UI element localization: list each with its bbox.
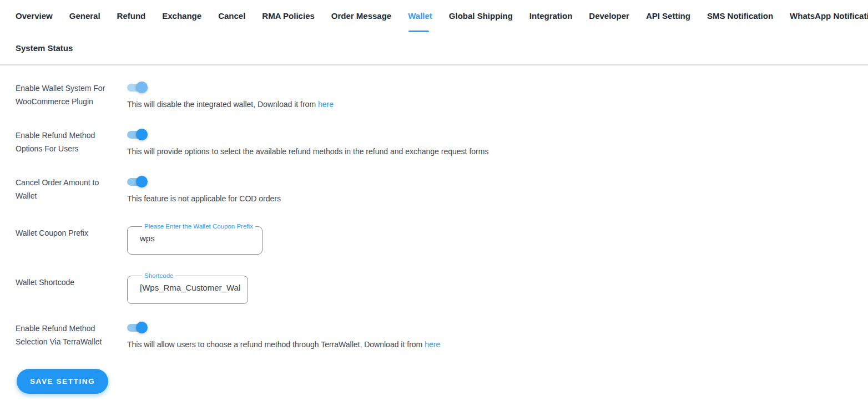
tab-wallet[interactable]: Wallet bbox=[408, 0, 432, 32]
tab-general[interactable]: General bbox=[69, 0, 100, 32]
description-text: This will provide options to select the … bbox=[127, 147, 488, 156]
save-row: SAVE SETTING bbox=[16, 369, 852, 394]
setting-control: This will allow users to choose a refund… bbox=[127, 322, 852, 351]
toggle-thumb bbox=[136, 129, 148, 140]
setting-row-terrawallet-selection: Enable Refund Method Selection Via Terra… bbox=[16, 322, 852, 351]
wallet-coupon-prefix-input[interactable] bbox=[140, 230, 255, 243]
setting-control: Please Enter the Wallet Coupon Prefix bbox=[127, 223, 852, 255]
refund-method-options-toggle[interactable] bbox=[127, 129, 148, 141]
tab-sms-notification[interactable]: SMS Notification bbox=[707, 0, 773, 32]
cancel-order-amount-toggle[interactable] bbox=[127, 176, 148, 188]
wallet-shortcode-field: Shortcode bbox=[127, 272, 248, 304]
tab-row-2: System Status bbox=[16, 32, 852, 64]
setting-control: Shortcode bbox=[127, 272, 852, 304]
field-floating-label: Shortcode bbox=[142, 272, 175, 280]
setting-row-wallet-coupon-prefix: Wallet Coupon Prefix Please Enter the Wa… bbox=[16, 223, 852, 255]
setting-label: Enable Wallet System For WooCommerce Plu… bbox=[16, 82, 127, 111]
setting-row-cancel-order-amount: Cancel Order Amount to Wallet This featu… bbox=[16, 176, 852, 205]
wallet-shortcode-input[interactable] bbox=[140, 280, 241, 292]
tab-whatsapp-notification[interactable]: WhatsApp Notification bbox=[790, 0, 868, 32]
tab-developer[interactable]: Developer bbox=[589, 0, 629, 32]
field-floating-label: Please Enter the Wallet Coupon Prefix bbox=[142, 223, 255, 230]
setting-row-wallet-shortcode: Wallet Shortcode Shortcode bbox=[16, 272, 852, 304]
setting-label: Enable Refund Method Selection Via Terra… bbox=[16, 322, 127, 351]
description-text: This will allow users to choose a refund… bbox=[127, 340, 422, 349]
toggle-thumb bbox=[136, 322, 148, 333]
setting-label: Wallet Shortcode bbox=[16, 272, 127, 304]
description-text: This feature is not applicable for COD o… bbox=[127, 194, 281, 203]
setting-control: This will provide options to select the … bbox=[127, 129, 852, 158]
setting-description: This will provide options to select the … bbox=[127, 145, 852, 158]
setting-control: This will disable the integrated wallet,… bbox=[127, 82, 852, 111]
tab-rma-policies[interactable]: RMA Policies bbox=[262, 0, 314, 32]
tab-integration[interactable]: Integration bbox=[529, 0, 573, 32]
tab-cancel[interactable]: Cancel bbox=[218, 0, 245, 32]
download-wallet-link[interactable]: here bbox=[318, 100, 334, 109]
tab-global-shipping[interactable]: Global Shipping bbox=[449, 0, 513, 32]
toggle-thumb bbox=[136, 82, 148, 93]
tab-api-setting[interactable]: API Setting bbox=[646, 0, 690, 32]
tab-system-status[interactable]: System Status bbox=[16, 32, 73, 64]
tab-refund[interactable]: Refund bbox=[117, 0, 146, 32]
setting-label: Wallet Coupon Prefix bbox=[16, 223, 127, 255]
toggle-thumb bbox=[136, 176, 148, 187]
setting-description: This will disable the integrated wallet,… bbox=[127, 98, 852, 111]
tab-order-message[interactable]: Order Message bbox=[331, 0, 391, 32]
setting-description: This will allow users to choose a refund… bbox=[127, 338, 852, 351]
settings-tab-bar: Overview General Refund Exchange Cancel … bbox=[0, 0, 868, 65]
wallet-coupon-prefix-field: Please Enter the Wallet Coupon Prefix bbox=[127, 223, 263, 255]
tab-row-1: Overview General Refund Exchange Cancel … bbox=[16, 0, 852, 32]
setting-row-refund-method-options: Enable Refund Method Options For Users T… bbox=[16, 129, 852, 158]
setting-description: This feature is not applicable for COD o… bbox=[127, 192, 852, 205]
terrawallet-selection-toggle[interactable] bbox=[127, 322, 148, 334]
description-text: This will disable the integrated wallet,… bbox=[127, 100, 316, 109]
setting-row-enable-wallet-system: Enable Wallet System For WooCommerce Plu… bbox=[16, 82, 852, 111]
wallet-settings-panel: Enable Wallet System For WooCommerce Plu… bbox=[0, 65, 868, 394]
setting-label: Enable Refund Method Options For Users bbox=[16, 129, 127, 158]
enable-wallet-system-toggle[interactable] bbox=[127, 82, 148, 94]
save-setting-button[interactable]: SAVE SETTING bbox=[17, 369, 108, 394]
setting-label: Cancel Order Amount to Wallet bbox=[16, 176, 127, 205]
tab-overview[interactable]: Overview bbox=[16, 0, 53, 32]
tab-exchange[interactable]: Exchange bbox=[162, 0, 201, 32]
download-terrawallet-link[interactable]: here bbox=[425, 340, 440, 349]
setting-control: This feature is not applicable for COD o… bbox=[127, 176, 852, 205]
